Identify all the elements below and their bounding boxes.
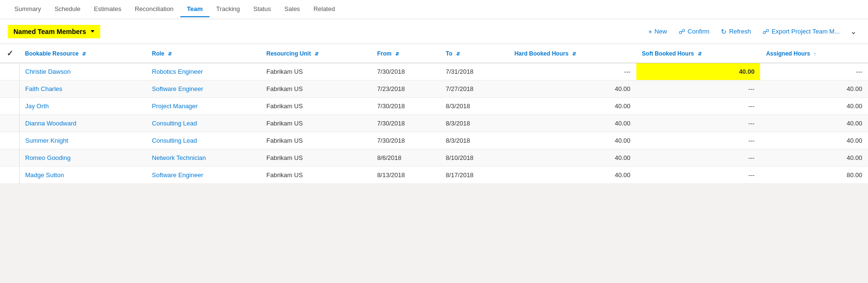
resource-role[interactable]: Consulting Lead — [146, 132, 261, 149]
confirm-button-label: Confirm — [688, 28, 710, 35]
new-button[interactable]: + New — [644, 25, 672, 38]
plus-icon: + — [648, 28, 652, 35]
to-date: 8/3/2018 — [440, 98, 509, 115]
sort-role-icon[interactable]: ⇵ — [168, 51, 172, 57]
header-bookable-resource-label: Bookable Resource — [25, 50, 79, 57]
row-checkbox[interactable] — [0, 98, 19, 115]
resource-name[interactable]: Dianna Woodward — [19, 115, 146, 132]
row-checkbox[interactable] — [0, 149, 19, 167]
resourcing-unit: Fabrikam US — [260, 98, 371, 115]
tab-tracking[interactable]: Tracking — [210, 1, 246, 17]
resource-name[interactable]: Madge Sutton — [19, 167, 146, 184]
hard-booked-hours: --- — [509, 63, 636, 80]
tab-related[interactable]: Related — [307, 1, 342, 17]
soft-booked-hours: --- — [636, 98, 761, 115]
header-role[interactable]: Role ⇵ — [146, 44, 261, 63]
sort-from-icon[interactable]: ⇵ — [395, 51, 399, 57]
refresh-button-label: Refresh — [729, 28, 751, 35]
tab-team[interactable]: Team — [180, 1, 210, 17]
export-button[interactable]: ☍ Export Project Team M... — [758, 25, 845, 38]
resourcing-unit: Fabrikam US — [260, 132, 371, 149]
header-to[interactable]: To ⇵ — [440, 44, 509, 63]
confirm-icon: ☍ — [679, 28, 685, 35]
assigned-hours: 40.00 — [760, 98, 868, 115]
tab-status[interactable]: Status — [246, 1, 278, 17]
table-row: Christie DawsonRobotics EngineerFabrikam… — [0, 63, 868, 80]
table-row: Dianna WoodwardConsulting LeadFabrikam U… — [0, 115, 868, 132]
tab-summary[interactable]: Summary — [8, 1, 48, 17]
sort-bookable-resource-icon[interactable]: ⇵ — [82, 51, 86, 57]
assigned-hours: 80.00 — [760, 167, 868, 184]
header-bookable-resource[interactable]: Bookable Resource ⇵ — [19, 44, 146, 63]
header-checkbox-col: ✓ — [0, 44, 19, 63]
row-checkbox[interactable] — [0, 115, 19, 132]
header-role-label: Role — [152, 50, 164, 57]
hard-booked-hours: 40.00 — [509, 149, 636, 167]
from-date: 7/30/2018 — [371, 63, 440, 80]
header-to-label: To — [446, 50, 453, 57]
resource-name[interactable]: Christie Dawson — [19, 63, 146, 80]
table-header-row: ✓ Bookable Resource ⇵ Role ⇵ Resourcing … — [0, 44, 868, 63]
confirm-button[interactable]: ☍ Confirm — [674, 25, 715, 38]
soft-booked-hours: --- — [636, 132, 761, 149]
tab-schedule[interactable]: Schedule — [48, 1, 87, 17]
hard-booked-hours: 40.00 — [509, 98, 636, 115]
export-icon: ☍ — [762, 28, 769, 35]
resourcing-unit: Fabrikam US — [260, 115, 371, 132]
table-row: Madge SuttonSoftware EngineerFabrikam US… — [0, 167, 868, 184]
tab-estimates[interactable]: Estimates — [87, 1, 128, 17]
header-from[interactable]: From ⇵ — [371, 44, 440, 63]
assigned-hours: 40.00 — [760, 115, 868, 132]
row-checkbox[interactable] — [0, 167, 19, 184]
select-all-checkbox[interactable]: ✓ — [7, 49, 13, 57]
resource-name[interactable]: Summer Knight — [19, 132, 146, 149]
header-soft-booked-hours[interactable]: Soft Booked Hours ⇵ — [636, 44, 761, 63]
section-title-label: Named Team Members — [13, 28, 86, 35]
resource-name[interactable]: Jay Orth — [19, 98, 146, 115]
resource-role[interactable]: Consulting Lead — [146, 115, 261, 132]
header-assigned-hours-label: Assigned Hours — [766, 50, 810, 57]
from-date: 8/6/2018 — [371, 149, 440, 167]
tab-sales[interactable]: Sales — [278, 1, 307, 17]
header-hard-booked-hours-label: Hard Booked Hours — [515, 50, 569, 57]
resource-role[interactable]: Robotics Engineer — [146, 63, 261, 80]
refresh-button[interactable]: ↻ Refresh — [716, 25, 756, 38]
row-checkbox[interactable] — [0, 80, 19, 98]
table-row: Romeo GoodingNetwork TechnicianFabrikam … — [0, 149, 868, 167]
resource-role[interactable]: Project Manager — [146, 98, 261, 115]
header-resourcing-unit[interactable]: Resourcing Unit ⇵ — [260, 44, 371, 63]
main-content: Named Team Members + New ☍ Confirm ↻ Ref… — [0, 19, 868, 184]
header-assigned-hours[interactable]: Assigned Hours ↑ — [760, 44, 868, 63]
resource-name[interactable]: Faith Charles — [19, 80, 146, 98]
row-checkbox[interactable] — [0, 132, 19, 149]
resource-name[interactable]: Romeo Gooding — [19, 149, 146, 167]
table-row: Summer KnightConsulting LeadFabrikam US7… — [0, 132, 868, 149]
sort-assigned-icon[interactable]: ↑ — [814, 51, 816, 57]
soft-booked-hours: --- — [636, 115, 761, 132]
hard-booked-hours: 40.00 — [509, 115, 636, 132]
sort-hard-booked-icon[interactable]: ⇵ — [572, 51, 576, 57]
resource-role[interactable]: Software Engineer — [146, 167, 261, 184]
soft-booked-hours: --- — [636, 80, 761, 98]
resourcing-unit: Fabrikam US — [260, 149, 371, 167]
sort-soft-booked-icon[interactable]: ⇵ — [698, 51, 702, 57]
header-resourcing-unit-label: Resourcing Unit — [266, 50, 311, 57]
table-row: Jay OrthProject ManagerFabrikam US7/30/2… — [0, 98, 868, 115]
tab-reconciliation[interactable]: Reconciliation — [128, 1, 180, 17]
refresh-icon: ↻ — [721, 28, 727, 35]
assigned-hours: --- — [760, 63, 868, 80]
sort-resourcing-unit-icon[interactable]: ⇵ — [315, 51, 318, 57]
nav-tabs: Summary Schedule Estimates Reconciliatio… — [0, 0, 868, 19]
table-row: Faith CharlesSoftware EngineerFabrikam U… — [0, 80, 868, 98]
more-options-button[interactable]: ⌄ — [846, 24, 860, 39]
named-team-members-button[interactable]: Named Team Members — [8, 25, 100, 38]
header-soft-booked-hours-label: Soft Booked Hours — [642, 50, 694, 57]
sort-to-icon[interactable]: ⇵ — [456, 51, 460, 57]
export-button-label: Export Project Team M... — [772, 28, 840, 35]
team-members-table: ✓ Bookable Resource ⇵ Role ⇵ Resourcing … — [0, 44, 868, 184]
row-checkbox[interactable] — [0, 63, 19, 80]
resource-role[interactable]: Software Engineer — [146, 80, 261, 98]
header-hard-booked-hours[interactable]: Hard Booked Hours ⇵ — [509, 44, 636, 63]
from-date: 8/13/2018 — [371, 167, 440, 184]
resource-role[interactable]: Network Technician — [146, 149, 261, 167]
